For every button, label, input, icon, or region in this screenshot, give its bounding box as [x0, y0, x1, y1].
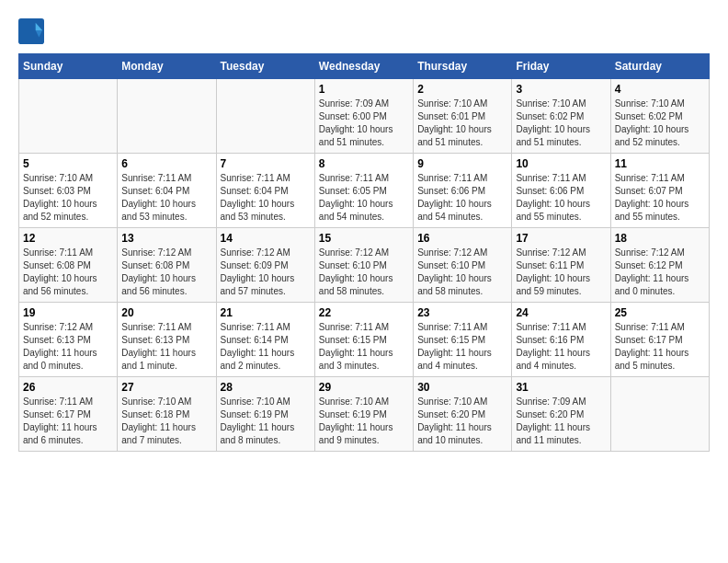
page-header — [18, 18, 710, 44]
day-info: Sunrise: 7:11 AMSunset: 6:15 PMDaylight:… — [417, 321, 507, 373]
day-info: Sunrise: 7:11 AMSunset: 6:14 PMDaylight:… — [221, 321, 311, 373]
calendar-cell: 13Sunrise: 7:12 AMSunset: 6:08 PMDayligh… — [118, 228, 216, 303]
calendar-cell: 11Sunrise: 7:11 AMSunset: 6:07 PMDayligh… — [610, 154, 709, 228]
calendar-cell: 16Sunrise: 7:12 AMSunset: 6:10 PMDayligh… — [414, 228, 512, 303]
calendar-header: SundayMondayTuesdayWednesdayThursdayFrid… — [19, 54, 710, 79]
day-number: 3 — [516, 83, 606, 96]
calendar-cell: 29Sunrise: 7:10 AMSunset: 6:19 PMDayligh… — [314, 377, 413, 452]
day-number: 27 — [121, 381, 211, 394]
day-info: Sunrise: 7:12 AMSunset: 6:08 PMDaylight:… — [121, 247, 211, 298]
calendar-cell: 20Sunrise: 7:11 AMSunset: 6:13 PMDayligh… — [118, 303, 216, 377]
day-number: 23 — [417, 306, 507, 319]
calendar-cell: 9Sunrise: 7:11 AMSunset: 6:06 PMDaylight… — [414, 154, 512, 228]
day-number: 20 — [121, 306, 211, 319]
calendar-cell: 14Sunrise: 7:12 AMSunset: 6:09 PMDayligh… — [216, 228, 314, 303]
weekday-header-sunday: Sunday — [19, 54, 118, 79]
calendar-cell: 31Sunrise: 7:09 AMSunset: 6:20 PMDayligh… — [512, 377, 610, 452]
day-info: Sunrise: 7:10 AMSunset: 6:02 PMDaylight:… — [516, 98, 606, 149]
calendar-cell — [216, 79, 314, 154]
logo — [18, 18, 48, 44]
calendar-cell: 27Sunrise: 7:10 AMSunset: 6:18 PMDayligh… — [118, 377, 216, 452]
day-number: 8 — [319, 157, 409, 170]
weekday-header-wednesday: Wednesday — [314, 54, 413, 79]
day-number: 4 — [615, 83, 705, 96]
calendar-cell — [118, 79, 216, 154]
logo-icon — [18, 18, 44, 44]
day-number: 19 — [23, 306, 113, 319]
day-info: Sunrise: 7:11 AMSunset: 6:06 PMDaylight:… — [417, 172, 507, 224]
day-number: 30 — [417, 381, 507, 394]
calendar-cell: 12Sunrise: 7:11 AMSunset: 6:08 PMDayligh… — [19, 228, 118, 303]
day-info: Sunrise: 7:10 AMSunset: 6:19 PMDaylight:… — [319, 396, 409, 447]
calendar-cell — [610, 377, 709, 452]
day-number: 29 — [319, 381, 409, 394]
calendar-cell: 10Sunrise: 7:11 AMSunset: 6:06 PMDayligh… — [512, 154, 610, 228]
day-number: 26 — [23, 381, 113, 394]
day-number: 22 — [319, 306, 409, 319]
day-info: Sunrise: 7:12 AMSunset: 6:10 PMDaylight:… — [319, 247, 409, 298]
calendar-cell: 1Sunrise: 7:09 AMSunset: 6:00 PMDaylight… — [314, 79, 413, 154]
day-number: 17 — [516, 232, 606, 245]
weekday-header-row: SundayMondayTuesdayWednesdayThursdayFrid… — [19, 54, 710, 79]
calendar-table: SundayMondayTuesdayWednesdayThursdayFrid… — [18, 53, 710, 452]
day-info: Sunrise: 7:10 AMSunset: 6:18 PMDaylight:… — [121, 396, 211, 447]
calendar-cell: 3Sunrise: 7:10 AMSunset: 6:02 PMDaylight… — [512, 79, 610, 154]
calendar-cell: 6Sunrise: 7:11 AMSunset: 6:04 PMDaylight… — [118, 154, 216, 228]
day-number: 6 — [121, 157, 211, 170]
day-number: 16 — [417, 232, 507, 245]
calendar-cell: 30Sunrise: 7:10 AMSunset: 6:20 PMDayligh… — [414, 377, 512, 452]
day-number: 14 — [221, 232, 311, 245]
calendar-cell: 26Sunrise: 7:11 AMSunset: 6:17 PMDayligh… — [19, 377, 118, 452]
day-info: Sunrise: 7:11 AMSunset: 6:16 PMDaylight:… — [516, 321, 606, 373]
day-info: Sunrise: 7:11 AMSunset: 6:08 PMDaylight:… — [23, 247, 113, 298]
day-number: 9 — [417, 157, 507, 170]
day-info: Sunrise: 7:09 AMSunset: 6:20 PMDaylight:… — [516, 396, 606, 447]
calendar-cell: 7Sunrise: 7:11 AMSunset: 6:04 PMDaylight… — [216, 154, 314, 228]
weekday-header-tuesday: Tuesday — [216, 54, 314, 79]
day-info: Sunrise: 7:11 AMSunset: 6:13 PMDaylight:… — [121, 321, 211, 373]
day-number: 28 — [221, 381, 311, 394]
day-number: 18 — [615, 232, 705, 245]
day-info: Sunrise: 7:11 AMSunset: 6:04 PMDaylight:… — [121, 172, 211, 224]
calendar-cell: 21Sunrise: 7:11 AMSunset: 6:14 PMDayligh… — [216, 303, 314, 377]
day-info: Sunrise: 7:11 AMSunset: 6:07 PMDaylight:… — [615, 172, 705, 224]
calendar-cell: 18Sunrise: 7:12 AMSunset: 6:12 PMDayligh… — [610, 228, 709, 303]
calendar-week-4: 19Sunrise: 7:12 AMSunset: 6:13 PMDayligh… — [19, 303, 710, 377]
day-info: Sunrise: 7:12 AMSunset: 6:09 PMDaylight:… — [221, 247, 311, 298]
day-number: 7 — [221, 157, 311, 170]
day-number: 24 — [516, 306, 606, 319]
day-info: Sunrise: 7:11 AMSunset: 6:15 PMDaylight:… — [319, 321, 409, 373]
day-number: 21 — [221, 306, 311, 319]
day-info: Sunrise: 7:09 AMSunset: 6:00 PMDaylight:… — [319, 98, 409, 149]
calendar-week-2: 5Sunrise: 7:10 AMSunset: 6:03 PMDaylight… — [19, 154, 710, 228]
day-info: Sunrise: 7:11 AMSunset: 6:06 PMDaylight:… — [516, 172, 606, 224]
day-number: 10 — [516, 157, 606, 170]
calendar-week-3: 12Sunrise: 7:11 AMSunset: 6:08 PMDayligh… — [19, 228, 710, 303]
day-number: 13 — [121, 232, 211, 245]
calendar-cell: 4Sunrise: 7:10 AMSunset: 6:02 PMDaylight… — [610, 79, 709, 154]
weekday-header-thursday: Thursday — [414, 54, 512, 79]
calendar-cell: 19Sunrise: 7:12 AMSunset: 6:13 PMDayligh… — [19, 303, 118, 377]
day-info: Sunrise: 7:11 AMSunset: 6:04 PMDaylight:… — [221, 172, 311, 224]
calendar-cell: 2Sunrise: 7:10 AMSunset: 6:01 PMDaylight… — [414, 79, 512, 154]
calendar-cell — [19, 79, 118, 154]
day-number: 31 — [516, 381, 606, 394]
calendar-cell: 17Sunrise: 7:12 AMSunset: 6:11 PMDayligh… — [512, 228, 610, 303]
day-info: Sunrise: 7:10 AMSunset: 6:19 PMDaylight:… — [221, 396, 311, 447]
day-info: Sunrise: 7:12 AMSunset: 6:11 PMDaylight:… — [516, 247, 606, 298]
day-number: 15 — [319, 232, 409, 245]
calendar-week-1: 1Sunrise: 7:09 AMSunset: 6:00 PMDaylight… — [19, 79, 710, 154]
day-number: 5 — [23, 157, 113, 170]
weekday-header-friday: Friday — [512, 54, 610, 79]
day-info: Sunrise: 7:12 AMSunset: 6:13 PMDaylight:… — [23, 321, 113, 373]
calendar-cell: 28Sunrise: 7:10 AMSunset: 6:19 PMDayligh… — [216, 377, 314, 452]
day-info: Sunrise: 7:12 AMSunset: 6:10 PMDaylight:… — [417, 247, 507, 298]
day-info: Sunrise: 7:10 AMSunset: 6:03 PMDaylight:… — [23, 172, 113, 224]
calendar-week-5: 26Sunrise: 7:11 AMSunset: 6:17 PMDayligh… — [19, 377, 710, 452]
day-info: Sunrise: 7:12 AMSunset: 6:12 PMDaylight:… — [615, 247, 705, 298]
day-info: Sunrise: 7:11 AMSunset: 6:17 PMDaylight:… — [23, 396, 113, 447]
weekday-header-saturday: Saturday — [610, 54, 709, 79]
day-info: Sunrise: 7:11 AMSunset: 6:05 PMDaylight:… — [319, 172, 409, 224]
calendar-cell: 24Sunrise: 7:11 AMSunset: 6:16 PMDayligh… — [512, 303, 610, 377]
day-number: 25 — [615, 306, 705, 319]
